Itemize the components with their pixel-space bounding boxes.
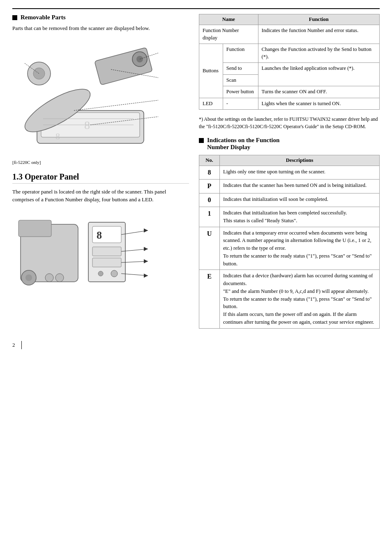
table-row: Power button Turns the scanner ON and OF… [199,86,380,98]
svg-marker-37 [144,274,148,278]
bottom-rule [21,341,22,349]
func-header-function: Function [258,14,379,25]
func-desc-led: Lights when the scanner is turned ON. [258,98,379,110]
left-column: Removable Parts Parts that can be remove… [12,14,189,298]
operator-panel-image: 8 [12,208,168,298]
ind-no: E [199,270,220,328]
footnote: *) About the settings on the launcher, r… [199,115,380,130]
func-name-buttons: Buttons [199,44,223,98]
ind-header-no: No. [199,155,220,166]
page-layout: Removable Parts Parts that can be remove… [12,14,380,329]
func-sub-function: Function [223,44,258,63]
svg-point-21 [45,274,53,282]
ind-no: 1 [199,207,220,227]
right-column: Name Function Function Number display In… [199,14,380,329]
svg-rect-27 [92,258,121,267]
indications-table: No. Descriptions 8Lights only one time u… [199,155,380,329]
svg-marker-34 [144,228,148,233]
section-bullet [12,15,17,20]
svg-point-20 [25,274,32,281]
ind-header-desc: Descriptions [220,155,380,166]
table-row: Send to Launches the linked application … [199,63,380,75]
ind-table-row: 0Indicates that initialization will soon… [199,193,380,207]
ind-table-row: UIndicates that a temporary error occurr… [199,227,380,270]
svg-rect-26 [92,247,121,256]
scanner-top-image: 8 8 [12,37,168,156]
removable-parts-desc: Parts that can be removed from the scann… [12,24,189,32]
fi-label: [fi-5220C only] [12,160,189,165]
func-desc-function: Changes the Function activated by the Se… [258,44,379,63]
ind-desc: Indicates that initialization has been c… [220,207,380,227]
func-name-led: LED [199,98,223,110]
func-header-name: Name [199,14,258,25]
svg-marker-35 [144,247,148,251]
page-number: 2 [12,342,15,348]
table-row: Buttons Function Changes the Function ac… [199,44,380,63]
removable-parts-heading: Removable Parts [12,14,189,21]
top-rule [12,8,380,9]
ind-table-row: EIndicates that a device (hardware) alar… [199,270,380,328]
func-sub-power: Power button [223,86,258,98]
svg-point-22 [55,274,64,282]
ind-desc: Lights only one time upon turning on the… [220,166,380,180]
operator-panel-title: 1.3 Operator Panel [12,172,189,184]
bottom-row: 2 [12,341,380,349]
indications-heading: Indications on the Function Number Displ… [199,137,380,151]
svg-text:8: 8 [84,119,90,131]
operator-panel-svg: 8 [12,208,168,298]
func-desc-display: Indicates the function Number and error … [258,25,379,44]
table-row: Function Number display Indicates the fu… [199,25,380,44]
ind-table-row: 1Indicates that initialization has been … [199,207,380,227]
func-name-display: Function Number display [199,25,258,44]
indications-title: Indications on the Function Number Displ… [207,137,279,151]
ind-no: 0 [199,193,220,207]
svg-rect-18 [18,220,51,237]
section-bullet-2 [199,138,204,143]
function-table: Name Function Function Number display In… [199,14,380,110]
ind-desc: Indicates that a temporary error occurre… [220,227,380,270]
scanner-top-svg: 8 8 [12,37,168,156]
ind-no: P [199,180,220,193]
ind-table-row: PIndicates that the scanner has been tur… [199,180,380,193]
operator-section: 1.3 Operator Panel The operator panel is… [12,172,189,298]
ind-desc: Indicates that the scanner has been turn… [220,180,380,193]
ind-no: U [199,227,220,270]
func-desc-power: Turns the scanner ON and OFF. [258,86,379,98]
ind-no: 8 [199,166,220,180]
svg-marker-36 [144,259,148,263]
svg-point-28 [98,271,103,276]
operator-panel-desc: The operator panel is located on the rig… [12,188,189,204]
func-sub-scan: Scan [223,74,258,86]
func-sub-sendto: Send to [223,63,258,75]
removable-parts-title: Removable Parts [21,14,66,21]
ind-desc: Indicates that initialization will soon … [220,193,380,207]
svg-text:8: 8 [97,229,102,241]
ind-desc: Indicates that a device (hardware) alarm… [220,270,380,328]
svg-text:8: 8 [55,131,60,141]
func-sub-led: - [223,98,258,110]
table-row: LED - Lights when the scanner is turned … [199,98,380,110]
func-desc-sendto: Launches the linked application software… [258,63,379,86]
ind-table-row: 8Lights only one time upon turning on th… [199,166,380,180]
svg-point-29 [111,270,118,277]
